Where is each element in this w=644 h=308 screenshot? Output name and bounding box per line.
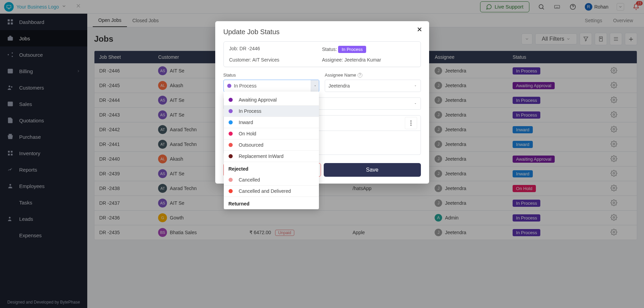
job-assignee-value: Jeetendra Kumar [344, 57, 381, 63]
status-dot-icon [229, 98, 233, 102]
status-option[interactable]: Cancelled and Delivered [224, 186, 319, 197]
update-job-status-modal: Update Job Status Job: DR -2446 Status: … [215, 21, 429, 184]
job-id-label: Job: [229, 46, 238, 51]
job-info-box: Job: DR -2446 Status: In Process Custome… [223, 41, 421, 67]
status-dropdown-menu: Awaiting ApprovalIn ProcessInwardOn Hold… [224, 92, 319, 209]
status-select[interactable]: In Process Awaiting ApprovalIn ProcessIn… [223, 80, 320, 92]
modal-fields: Status In Process Awaiting ApprovalIn Pr… [223, 72, 421, 92]
status-option[interactable]: Cancelled [224, 174, 319, 186]
job-customer-label: Customer: [229, 57, 252, 63]
status-dot-icon [229, 120, 233, 124]
status-dot-icon [229, 178, 233, 182]
status-dot-icon [229, 109, 233, 113]
status-option[interactable]: Outsourced [224, 139, 319, 151]
assignee-select[interactable]: Jeetendra [325, 80, 421, 92]
status-field: Status In Process Awaiting ApprovalIn Pr… [223, 72, 320, 92]
help-circle-icon[interactable]: ? [358, 73, 362, 78]
status-selected-value: In Process [234, 83, 257, 89]
modal-overlay: Update Job Status Job: DR -2446 Status: … [0, 0, 644, 308]
job-assignee: Assignee: Jeetendra Kumar [322, 57, 415, 63]
secondary-chevron-icon [414, 101, 417, 106]
job-id: Job: DR -2446 [229, 46, 322, 53]
job-customer-value: AIT Services [252, 57, 279, 63]
status-option[interactable]: Replacement InWard [224, 151, 319, 162]
status-dot-icon [227, 84, 231, 88]
status-group-returned: Returned [224, 197, 319, 209]
status-option-label: Cancelled and Delivered [239, 188, 291, 194]
status-group-rejected: Rejected [224, 162, 319, 174]
assignee-field: Assignee Name ? Jeetendra [325, 72, 421, 92]
status-option-label: In Process [239, 108, 261, 114]
status-label: Status [223, 72, 320, 78]
assignee-selected-value: Jeetendra [329, 83, 350, 89]
status-dot-icon [229, 189, 233, 193]
status-option-label: On Hold [239, 131, 256, 136]
status-dot-icon [229, 132, 233, 136]
status-option[interactable]: Awaiting Approval [224, 94, 319, 106]
job-status-badge: In Process [338, 46, 366, 53]
more-format-button[interactable] [405, 117, 417, 129]
modal-close-button[interactable] [416, 26, 423, 35]
job-status-label: Status: [322, 46, 337, 52]
modal-title: Update Job Status [223, 28, 421, 36]
assignee-label-text: Assignee Name [325, 72, 356, 78]
svg-point-33 [410, 125, 411, 126]
status-option-label: Replacement InWard [239, 153, 284, 159]
job-assignee-label: Assignee: [322, 57, 343, 63]
assignee-label: Assignee Name ? [325, 72, 421, 78]
assignee-chevron-icon [414, 83, 417, 89]
status-dot-icon [229, 143, 233, 147]
status-select-toggle[interactable] [311, 80, 319, 92]
status-option-label: Inward [239, 120, 253, 125]
status-option[interactable]: Inward [224, 117, 319, 128]
save-button[interactable]: Save [324, 163, 421, 177]
status-option[interactable]: On Hold [224, 128, 319, 139]
status-option[interactable]: In Process [224, 106, 319, 117]
svg-point-31 [410, 121, 411, 122]
status-dot-icon [229, 154, 233, 158]
status-option-label: Outsourced [239, 142, 263, 148]
job-id-value: DR -2446 [240, 46, 260, 51]
svg-point-32 [410, 123, 411, 124]
job-customer: Customer: AIT Services [229, 57, 322, 63]
job-status: Status: In Process [322, 46, 415, 53]
status-option-label: Awaiting Approval [239, 97, 277, 103]
status-option-label: Cancelled [239, 177, 260, 183]
